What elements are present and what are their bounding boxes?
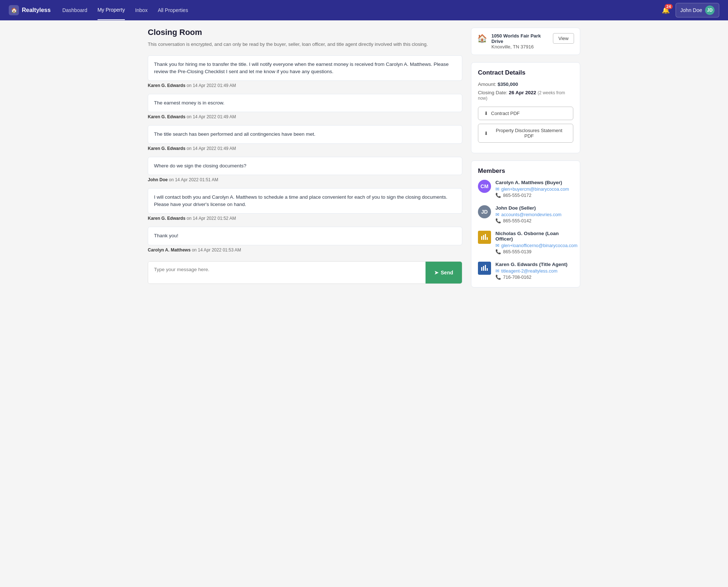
property-card: 🏠 1050 Worlds Fair Park Drive Knoxville,… [471,28,580,55]
download-icon-disclosure: ⬇ [484,131,488,136]
sender-2: Karen G. Edwards [148,146,185,151]
time-0: on 14 Apr 2022 01:49 AM [187,83,236,88]
svg-rect-7 [487,268,488,271]
notification-bell[interactable]: 🔔 24 [662,6,670,14]
property-info: 1050 Worlds Fair Park Drive Knoxville, T… [491,33,549,49]
message-bubble-3: Where do we sign the closing documents? [148,157,462,175]
sender-4: Karen G. Edwards [148,216,185,221]
members-section-title: Members [478,167,573,175]
message-meta-2: Karen G. Edwards on 14 Apr 2022 01:49 AM [148,146,462,151]
message-bubble-2: The title search has been performed and … [148,125,462,143]
nav-my-property[interactable]: My Property [98,0,125,20]
property-address: 1050 Worlds Fair Park Drive [491,33,549,44]
svg-rect-3 [487,237,488,240]
phone-value-1: 865-555-0142 [503,218,531,223]
send-button[interactable]: ➤ Send [426,262,462,283]
email-value-3: titleagent-2@realtyless.com [501,269,557,274]
phone-value-3: 716-708-0162 [503,275,531,280]
member-email-0[interactable]: ✉ glen+buyercm@binarycocoa.com [495,186,573,192]
email-value-2: glen+loanofficerno@binarycocoa.com [501,243,577,248]
message-bubble-5: Thank you! [148,227,462,245]
disclosure-pdf-label: Property Disclosures Statement PDF [491,128,567,139]
amount-value: $350,000 [498,82,518,87]
brand-icon: 🏠 [9,5,19,15]
member-info-3: Karen G. Edwards (Title Agent) ✉ titleag… [495,262,573,281]
email-icon-1: ✉ [495,212,499,217]
member-phone-2: 📞 865-555-0139 [495,249,577,254]
nav-all-properties[interactable]: All Properties [158,1,188,20]
member-name-1: John Doe (Seller) [495,205,573,211]
brand-label: Realtyless [22,7,51,13]
send-label: Send [441,270,453,275]
message-bubble-1: The earnest money is in escrow. [148,94,462,112]
member-phone-0: 📞 865-555-0172 [495,193,573,198]
message-text-5: Thank you! [154,233,178,238]
message-meta-1: Karen G. Edwards on 14 Apr 2022 01:49 AM [148,114,462,119]
member-row-2: Nicholas G. Osborne (Loan Officer) ✉ gle… [478,231,573,255]
navbar: 🏠 Realtyless Dashboard My Property Inbox… [0,0,728,20]
message-text-1: The earnest money is in escrow. [154,100,225,106]
member-row-3: Karen G. Edwards (Title Agent) ✉ titleag… [478,262,573,281]
member-email-3[interactable]: ✉ titleagent-2@realtyless.com [495,268,573,274]
email-icon-3: ✉ [495,268,499,274]
member-name-3: Karen G. Edwards (Title Agent) [495,262,573,267]
nav-inbox[interactable]: Inbox [135,1,147,20]
message-meta-5: Carolyn A. Matthews on 14 Apr 2022 01:53… [148,247,462,253]
svg-rect-2 [485,234,486,240]
time-3: on 14 Apr 2022 01:51 AM [169,177,218,182]
sender-3: John Doe [148,177,168,182]
page-title: Closing Room [148,28,462,37]
nav-links: Dashboard My Property Inbox All Properti… [62,0,662,20]
member-avatar-3 [478,262,491,275]
sender-1: Karen G. Edwards [148,114,185,119]
member-info-2: Nicholas G. Osborne (Loan Officer) ✉ gle… [495,231,577,255]
brand[interactable]: 🏠 Realtyless [9,5,51,15]
svg-rect-5 [483,266,484,271]
message-bubble-4: I will contact both you and Carolyn A. M… [148,188,462,214]
message-input[interactable] [148,262,426,283]
user-menu-button[interactable]: John Doe JD [676,3,719,17]
phone-icon-0: 📞 [495,193,501,198]
member-row-0: CM Carolyn A. Matthews (Buyer) ✉ glen+bu… [478,180,573,199]
svg-rect-6 [485,265,486,271]
time-1: on 14 Apr 2022 01:49 AM [187,114,236,119]
message-meta-3: John Doe on 14 Apr 2022 01:51 AM [148,177,462,182]
email-value-0: glen+buyercm@binarycocoa.com [501,187,569,192]
closing-label: Closing Date: [478,90,507,95]
contract-details-section: Contract Details Amount: $350,000 Closin… [471,62,580,153]
member-avatar-1: JD [478,205,491,218]
member-email-1[interactable]: ✉ accounts@remondevries.com [495,212,573,217]
page-subtitle: This conversation is encrypted, and can … [148,41,462,48]
member-email-2[interactable]: ✉ glen+loanofficerno@binarycocoa.com [495,243,577,248]
nav-dashboard[interactable]: Dashboard [62,1,87,20]
time-4: on 14 Apr 2022 01:52 AM [187,216,236,221]
member-avatar-2 [478,231,491,244]
message-bubble-0: Thank you for hiring me to transfer the … [148,55,462,81]
member-name-2: Nicholas G. Osborne (Loan Officer) [495,231,577,242]
member-name-0: Carolyn A. Matthews (Buyer) [495,180,573,185]
loan-officer-icon [480,233,488,241]
contract-amount: Amount: $350,000 [478,82,573,87]
contract-section-title: Contract Details [478,69,573,76]
phone-icon-3: 📞 [495,274,501,280]
nav-right: 🔔 24 John Doe JD [662,3,719,17]
title-agent-icon [480,264,488,272]
email-icon-0: ✉ [495,186,499,192]
send-icon: ➤ [434,270,439,275]
phone-value-2: 865-555-0139 [503,249,531,254]
message-text-2: The title search has been performed and … [154,131,316,137]
disclosure-pdf-button[interactable]: ⬇ Property Disclosures Statement PDF [478,124,573,143]
contract-pdf-button[interactable]: ⬇ Contract PDF [478,107,573,120]
contract-closing-date: Closing Date: 26 Apr 2022 (2 weeks from … [478,90,573,101]
svg-rect-0 [481,236,482,240]
page-layout: Closing Room This conversation is encryp… [142,20,586,295]
download-icon-contract: ⬇ [484,111,488,116]
phone-icon-1: 📞 [495,218,501,223]
view-property-button[interactable]: View [553,33,574,44]
message-text-0: Thank you for hiring me to transfer the … [154,62,449,74]
member-info-0: Carolyn A. Matthews (Buyer) ✉ glen+buyer… [495,180,573,199]
time-5: on 14 Apr 2022 01:53 AM [192,247,241,253]
contract-pdf-label: Contract PDF [491,111,520,116]
notification-count: 24 [665,4,673,9]
member-row-1: JD John Doe (Seller) ✉ accounts@remondev… [478,205,573,224]
